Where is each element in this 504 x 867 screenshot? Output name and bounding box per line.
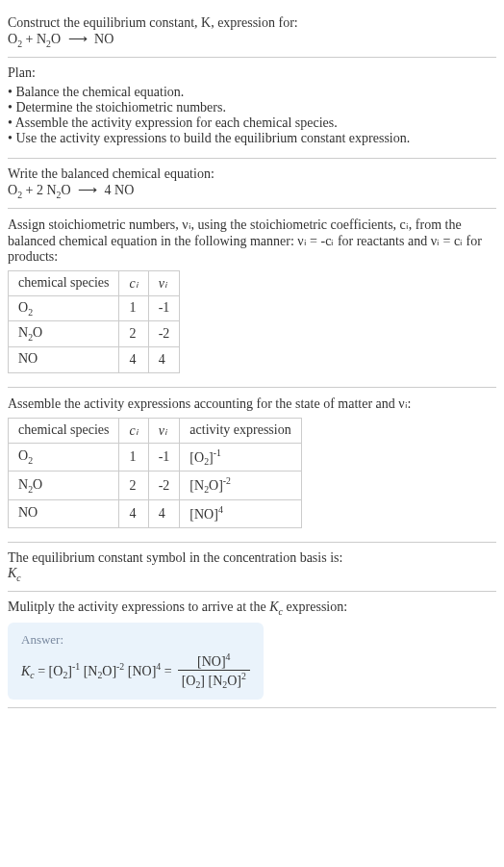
symbol-section: The equilibrium constant symbol in the c… bbox=[8, 543, 496, 592]
stoich-table: chemical species cᵢ νᵢ O2 1 -1 N2O 2 -2 … bbox=[8, 270, 180, 373]
cell-species: NO bbox=[9, 347, 119, 373]
numerator: [NO]4 bbox=[178, 651, 250, 671]
cell-v: -1 bbox=[148, 443, 180, 471]
multiply-line: Mulitply the activity expressions to arr… bbox=[8, 599, 496, 617]
plan-item: Assemble the activity expression for eac… bbox=[8, 115, 496, 131]
arrow-icon: ⟶ bbox=[68, 31, 88, 47]
cell-expr: [NO]4 bbox=[180, 499, 301, 527]
table-row: NO 4 4 bbox=[9, 347, 180, 373]
table-header-row: chemical species cᵢ νᵢ bbox=[9, 270, 180, 295]
balanced-equation: O2 + 2 N2O ⟶ 4 NO bbox=[8, 182, 496, 200]
cell-v: 4 bbox=[148, 347, 180, 373]
plan-item: Use the activity expressions to build th… bbox=[8, 131, 496, 146]
symbol-line: The equilibrium constant symbol in the c… bbox=[8, 550, 496, 566]
multiply-section: Mulitply the activity expressions to arr… bbox=[8, 592, 496, 708]
cell-species: N2O bbox=[9, 472, 119, 499]
plan-list: Balance the chemical equation. Determine… bbox=[8, 85, 496, 146]
plan-section: Plan: Balance the chemical equation. Det… bbox=[8, 58, 496, 159]
table-row: NO 4 4 [NO]4 bbox=[9, 499, 302, 527]
cell-c: 4 bbox=[119, 499, 148, 527]
activity-section: Assemble the activity expressions accoun… bbox=[8, 388, 496, 543]
header-c: cᵢ bbox=[119, 418, 148, 443]
cell-v: -1 bbox=[148, 295, 180, 321]
cell-c: 1 bbox=[119, 295, 148, 321]
intro-line: Construct the equilibrium constant, K, e… bbox=[8, 15, 298, 30]
cell-v: -2 bbox=[148, 321, 180, 347]
cell-v: -2 bbox=[148, 472, 180, 499]
table-row: N2O 2 -2 [N2O]-2 bbox=[9, 472, 302, 499]
unbalanced-equation: O2 + N2O ⟶ NO bbox=[8, 31, 496, 49]
answer-label: Answer: bbox=[21, 632, 250, 648]
plan-item: Balance the chemical equation. bbox=[8, 85, 496, 100]
header-expr: activity expression bbox=[180, 418, 301, 443]
table-row: O2 1 -1 [O2]-1 bbox=[9, 443, 302, 471]
kc-expression: Kc = [O2]-1 [N2O]-2 [NO]4 = [NO]4 [O2] [… bbox=[21, 651, 250, 690]
header-species: chemical species bbox=[9, 270, 119, 295]
cell-v: 4 bbox=[148, 499, 180, 527]
header-c: cᵢ bbox=[119, 270, 148, 295]
cell-expr: [N2O]-2 bbox=[180, 472, 301, 499]
cell-c: 2 bbox=[119, 321, 148, 347]
activity-table: chemical species cᵢ νᵢ activity expressi… bbox=[8, 418, 302, 528]
stoich-section: Assign stoichiometric numbers, νᵢ, using… bbox=[8, 209, 496, 388]
table-row: N2O 2 -2 bbox=[9, 321, 180, 347]
table-header-row: chemical species cᵢ νᵢ activity expressi… bbox=[9, 418, 302, 443]
cell-c: 2 bbox=[119, 472, 148, 499]
stoich-intro: Assign stoichiometric numbers, νᵢ, using… bbox=[8, 217, 496, 265]
activity-intro: Assemble the activity expressions accoun… bbox=[8, 395, 496, 412]
cell-species: N2O bbox=[9, 321, 119, 347]
cell-expr: [O2]-1 bbox=[180, 443, 301, 471]
cell-species: O2 bbox=[9, 295, 119, 321]
header-v: νᵢ bbox=[148, 270, 180, 295]
arrow-icon: ⟶ bbox=[78, 182, 97, 198]
intro-text: Construct the equilibrium constant, K, e… bbox=[8, 15, 496, 31]
balanced-title: Write the balanced chemical equation: bbox=[8, 166, 496, 182]
balanced-section: Write the balanced chemical equation: O2… bbox=[8, 159, 496, 209]
denominator: [O2] [N2O]2 bbox=[178, 671, 250, 690]
table-row: O2 1 -1 bbox=[9, 295, 180, 321]
intro-section: Construct the equilibrium constant, K, e… bbox=[8, 8, 496, 58]
cell-c: 1 bbox=[119, 443, 148, 471]
fraction: [NO]4 [O2] [N2O]2 bbox=[178, 651, 250, 690]
header-species: chemical species bbox=[9, 418, 119, 443]
answer-box: Answer: Kc = [O2]-1 [N2O]-2 [NO]4 = [NO]… bbox=[8, 623, 264, 700]
kc-symbol: Kc bbox=[8, 566, 496, 583]
plan-title: Plan: bbox=[8, 65, 496, 81]
cell-c: 4 bbox=[119, 347, 148, 373]
plan-item: Determine the stoichiometric numbers. bbox=[8, 100, 496, 115]
header-v: νᵢ bbox=[148, 418, 180, 443]
cell-species: NO bbox=[9, 499, 119, 527]
cell-species: O2 bbox=[9, 443, 119, 471]
